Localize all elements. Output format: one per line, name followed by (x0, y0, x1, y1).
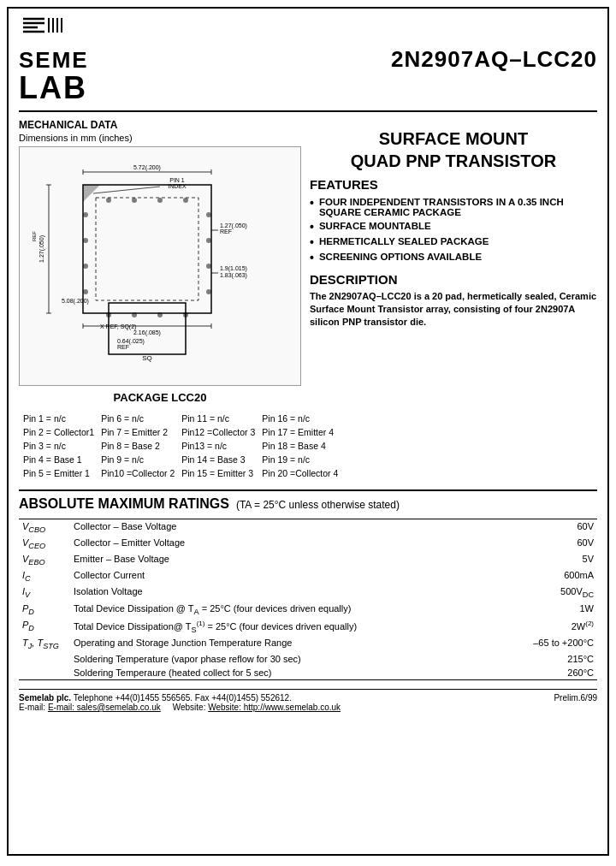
svg-point-47 (106, 312, 111, 317)
svg-point-46 (206, 289, 211, 294)
left-column: MECHANICAL DATA Dimensions in mm (inches… (19, 119, 301, 481)
svg-point-54 (83, 289, 88, 294)
svg-point-41 (157, 198, 163, 203)
feature-text-3: HERMETICALLY SEALED PACKAGE (319, 236, 489, 246)
part-number: 2N2907AQ–LCC20 (391, 46, 597, 73)
value-temp: –65 to +200°C (395, 636, 597, 652)
pin-6: Pin 6 = n/c (98, 412, 177, 424)
package-diagram: PIN 1 INDEX 5.72(.200) 1.27(.050) REF (19, 146, 301, 386)
svg-text:REF: REF (32, 230, 37, 240)
desc-temp: Operating and Storage Junction Temperatu… (70, 636, 395, 652)
svg-point-39 (106, 198, 111, 203)
rating-row-ic: IC Collector Current 600mA (19, 568, 597, 584)
svg-text:REF: REF (220, 228, 232, 234)
symbol-ic: IC (19, 568, 70, 584)
svg-text:INDEX: INDEX (168, 183, 187, 189)
package-title: PACKAGE LCC20 (19, 391, 301, 404)
pin-2: Pin 2 = Collector1 (21, 426, 97, 438)
symbol-solder2 (19, 666, 70, 680)
value-vceo: 60V (395, 536, 597, 552)
value-pd1: 1W (395, 602, 597, 618)
email-value: E-mail: sales@semelab.co.uk (48, 703, 161, 712)
pin-15: Pin 15 = Emitter 3 (179, 467, 258, 479)
pin-row-3: Pin 3 = n/c Pin 8 = Base 2 Pin13 = n/c P… (21, 440, 341, 452)
svg-text:1.27(.050): 1.27(.050) (38, 235, 45, 263)
product-title: SURFACE MOUNT QUAD PNP TRANSISTOR (310, 128, 597, 172)
footer-right: Prelim.6/99 (554, 693, 597, 703)
pin-row-4: Pin 4 = Base 1 Pin 9 = n/c Pin 14 = Base… (21, 454, 341, 466)
rating-row-solder1: Soldering Temperature (vapor phase reflo… (19, 652, 597, 666)
svg-point-44 (206, 238, 211, 243)
rating-row-pd2: PD Total Device Dissipation@ TS(1) = 25°… (19, 618, 597, 636)
pin-row-2: Pin 2 = Collector1 Pin 7 = Emitter 2 Pin… (21, 426, 341, 438)
svg-point-40 (132, 198, 137, 203)
ratings-table: VCBO Collector – Base Voltage 60V VCEO C… (19, 519, 597, 680)
rating-row-pd1: PD Total Device Dissipation @ TA = 25°C … (19, 602, 597, 618)
description-title: DESCRIPTION (310, 272, 597, 287)
mechanical-subtitle: Dimensions in mm (inches) (19, 133, 301, 143)
contact-info: Telephone +44(0)1455 556565. Fax +44(0)1… (74, 693, 292, 703)
svg-text:1.83(.063): 1.83(.063) (220, 272, 247, 279)
feature-text-2: SURFACE MOUNTABLE (319, 221, 431, 231)
value-solder2: 260°C (395, 666, 597, 680)
right-column: SURFACE MOUNT QUAD PNP TRANSISTOR FEATUR… (310, 119, 597, 481)
svg-text:REF: REF (117, 344, 129, 350)
svg-text:PIN 1: PIN 1 (169, 177, 185, 183)
desc-solder1: Soldering Temperature (vapor phase reflo… (70, 652, 395, 666)
bullet-icon-3: • (310, 236, 314, 248)
pin-4: Pin 4 = Base 1 (21, 454, 97, 466)
feature-item-1: • FOUR INDEPENDENT TRANSISTORS IN A 0.35… (310, 197, 597, 217)
company-name: Semelab plc. (19, 693, 71, 703)
svg-point-52 (83, 238, 88, 243)
desc-ic: Collector Current (70, 568, 395, 584)
email-label: E-mail: (19, 703, 48, 712)
symbol-solder1 (19, 652, 70, 666)
symbol-vcbo: VCBO (19, 519, 70, 536)
website-label: Website: (173, 703, 209, 712)
pin-5: Pin 5 = Emitter 1 (21, 467, 97, 479)
footer: Semelab plc. Telephone +44(0)1455 556565… (19, 689, 597, 712)
mechanical-title: MECHANICAL DATA (19, 119, 301, 131)
website-spacer (163, 703, 170, 712)
desc-vceo: Collector – Emitter Voltage (70, 536, 395, 552)
rating-row-iv: IV Isolation Voltage 500VDC (19, 584, 597, 601)
feature-item-2: • SURFACE MOUNTABLE (310, 221, 597, 233)
svg-text:5.08(.200): 5.08(.200) (62, 298, 89, 305)
pin-12: Pin12 =Collector 3 (179, 426, 258, 438)
package-svg: PIN 1 INDEX 5.72(.200) 1.27(.050) REF (32, 151, 288, 382)
page-container: SEME LAB 2N2907AQ–LCC20 MECHANICAL DATA … (7, 7, 609, 856)
svg-text:2.16(.085): 2.16(.085) (133, 329, 161, 336)
svg-point-42 (183, 198, 188, 203)
value-ic: 600mA (395, 568, 597, 584)
symbol-iv: IV (19, 584, 70, 601)
feature-text-1: FOUR INDEPENDENT TRANSISTORS IN A 0.35 I… (319, 197, 597, 217)
desc-vebo: Emitter – Base Voltage (70, 552, 395, 568)
symbol-pd1: PD (19, 602, 70, 618)
desc-pd1: Total Device Dissipation @ TA = 25°C (fo… (70, 602, 395, 618)
bullet-icon-1: • (310, 197, 314, 209)
product-title-line1: SURFACE MOUNT (310, 128, 597, 150)
value-vebo: 5V (395, 552, 597, 568)
svg-point-43 (206, 212, 211, 217)
pin-row-5: Pin 5 = Emitter 1 Pin10 =Collector 2 Pin… (21, 467, 341, 479)
header: SEME LAB 2N2907AQ–LCC20 (19, 15, 597, 112)
main-content: MECHANICAL DATA Dimensions in mm (inches… (19, 119, 597, 481)
svg-point-50 (183, 312, 188, 317)
pin-9: Pin 9 = n/c (98, 454, 177, 466)
pin-10: Pin10 =Collector 2 (98, 467, 177, 479)
rating-row-vceo: VCEO Collector – Emitter Voltage 60V (19, 536, 597, 552)
pin-3: Pin 3 = n/c (21, 440, 97, 452)
symbol-pd2: PD (19, 618, 70, 636)
amr-condition: (TA = 25°C unless otherwise stated) (236, 499, 400, 511)
value-solder1: 215°C (395, 652, 597, 666)
amr-section: ABSOLUTE MAXIMUM RATINGS (TA = 25°C unle… (19, 489, 597, 680)
feature-item-3: • HERMETICALLY SEALED PACKAGE (310, 236, 597, 248)
svg-text:X REF, SQ(2): X REF, SQ(2) (100, 323, 136, 330)
pin-table: Pin 1 = n/c Pin 6 = n/c Pin 11 = n/c Pin… (19, 411, 342, 481)
logo-icon (19, 15, 79, 48)
footer-left: Semelab plc. Telephone +44(0)1455 556565… (19, 693, 341, 712)
desc-iv: Isolation Voltage (70, 584, 395, 601)
pin-7: Pin 7 = Emitter 2 (98, 426, 177, 438)
pin-8: Pin 8 = Base 2 (98, 440, 177, 452)
svg-point-53 (83, 264, 88, 269)
